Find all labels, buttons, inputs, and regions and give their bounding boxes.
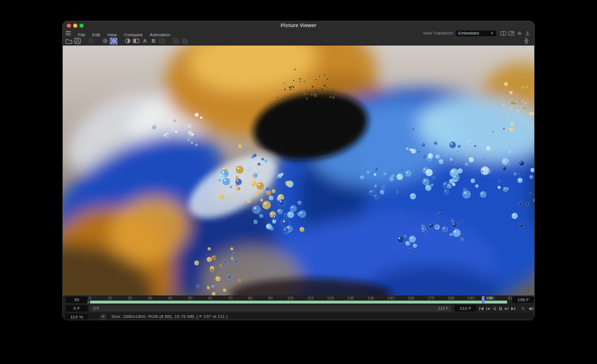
- desktop-background: Picture Viewer FileEditViewCompareAnimat…: [0, 0, 597, 364]
- hamburger-menu-icon[interactable]: [66, 31, 71, 35]
- toolbar-icon-group: AB: [65, 37, 189, 45]
- image-viewport[interactable]: [63, 46, 535, 295]
- cache-bar: [90, 301, 507, 304]
- current-frame-field[interactable]: 196 F: [512, 297, 534, 303]
- picture-viewer-window: Picture Viewer FileEditViewCompareAnimat…: [62, 21, 535, 320]
- stamp-mic-icon[interactable]: [522, 37, 530, 45]
- render-settings-button[interactable]: [520, 306, 526, 312]
- chevron-down-icon: ▼: [490, 32, 494, 35]
- close-window-button[interactable]: [67, 24, 71, 28]
- toolbar: AB: [63, 37, 534, 46]
- image-info-text: Size: 2880x1800, RGB (8 Bit), 19.76 MB, …: [111, 313, 228, 320]
- range-start-field[interactable]: 0 F: [66, 305, 88, 312]
- range-bar-start-label: 0 F: [93, 306, 99, 310]
- filter-gear-icon[interactable]: [109, 37, 118, 45]
- open-folder-icon[interactable]: [65, 37, 73, 45]
- ruler-tick-label: 130: [347, 296, 354, 300]
- split-view-icon[interactable]: [500, 30, 507, 36]
- view-transform-value: Embedded: [458, 31, 479, 36]
- compare-ab-icon[interactable]: [132, 37, 140, 45]
- menu-bar: FileEditViewCompareAnimation View Transf…: [63, 29, 534, 37]
- preview-range-bar[interactable]: 0 F 210 F: [90, 305, 452, 312]
- fullscreen-icon[interactable]: [508, 30, 515, 36]
- paste-image-icon: [180, 37, 188, 45]
- step-back-button[interactable]: [485, 306, 490, 312]
- minimize-window-button[interactable]: [73, 24, 77, 28]
- playhead-marker[interactable]: [482, 296, 485, 304]
- ruler-tick-label: 70: [228, 296, 233, 300]
- svg-text:A: A: [143, 38, 147, 44]
- ruler-tick-label: 90: [268, 296, 273, 300]
- transport-controls: [479, 305, 535, 312]
- ruler-tick-label: 40: [168, 296, 172, 300]
- swap-ab-icon: [158, 37, 166, 45]
- ruler-tick-label: 180: [448, 296, 455, 300]
- timeline-range-row: 0 F 0 F 210 F 210 F: [63, 304, 534, 313]
- ruler-tick-label: 10: [108, 296, 112, 300]
- chevron-down-icon: [101, 314, 105, 319]
- ruler-tick-label: 50: [188, 296, 192, 300]
- toolbar-right-group: [522, 37, 534, 45]
- goto-start-button[interactable]: [479, 306, 484, 312]
- rendered-image: [63, 46, 535, 295]
- pause-button[interactable]: [498, 306, 503, 312]
- ruler-tick-label: 160: [407, 296, 414, 300]
- ruler-tick-label: 0: [89, 296, 91, 300]
- timeline-ruler-row: 30 196 010203040506070809010011012013014…: [63, 295, 534, 305]
- ruler-tick-label: 120: [327, 296, 334, 300]
- view-transform-select[interactable]: Embedded ▼: [456, 31, 496, 36]
- ruler-tick-label: 20: [128, 296, 133, 300]
- status-bar: 119 % Size: 2880x1800, RGB (8 Bit), 19.7…: [63, 313, 534, 320]
- view-transform-label: View Transform: [423, 31, 453, 36]
- range-end-field[interactable]: 210 F: [455, 305, 477, 312]
- frame-rate-field[interactable]: 30: [66, 297, 88, 303]
- ruler-tick-label: 80: [248, 296, 253, 300]
- range-start-handle[interactable]: [88, 301, 89, 304]
- svg-text:B: B: [152, 38, 155, 44]
- set-image-b-icon[interactable]: B: [149, 37, 157, 45]
- ruler-tick-label: 190: [468, 296, 475, 300]
- ruler-tick-label: 200: [488, 296, 494, 300]
- ruler-tick-label: 100: [287, 296, 294, 300]
- range-bar-end-label: 210 F: [438, 306, 448, 310]
- set-image-a-icon[interactable]: A: [141, 37, 149, 45]
- zoom-level-field[interactable]: 119 %: [66, 314, 88, 320]
- menubar-right: View Transform Embedded ▼: [423, 30, 534, 36]
- dock-icon[interactable]: [524, 30, 531, 36]
- ruler-tick-label: 140: [367, 296, 374, 300]
- zoom-window-button[interactable]: [80, 24, 84, 28]
- pan-hand-icon[interactable]: [516, 30, 523, 36]
- ruler-tick-label: 170: [428, 296, 434, 300]
- timeline-ruler[interactable]: 196 010203040506070809010011012013014015…: [90, 295, 511, 304]
- copy-image-icon: [172, 37, 180, 45]
- ruler-tick-label: 30: [148, 296, 153, 300]
- settings-gear-icon[interactable]: [101, 37, 109, 45]
- audio-button[interactable]: [528, 306, 534, 312]
- save-image-icon[interactable]: [73, 37, 81, 45]
- contrast-icon[interactable]: [123, 37, 131, 45]
- ruler-tick-label: 60: [208, 296, 213, 300]
- stop-render-icon: [87, 37, 95, 45]
- menubar-icon-group: [500, 30, 531, 36]
- goto-end-button[interactable]: [511, 306, 516, 312]
- play-backward-button[interactable]: [492, 306, 497, 312]
- ruler-tick-label: 110: [307, 296, 313, 300]
- zoom-options-button[interactable]: [100, 313, 107, 320]
- ruler-tick-label: 150: [387, 296, 394, 300]
- step-forward-button[interactable]: [504, 306, 509, 312]
